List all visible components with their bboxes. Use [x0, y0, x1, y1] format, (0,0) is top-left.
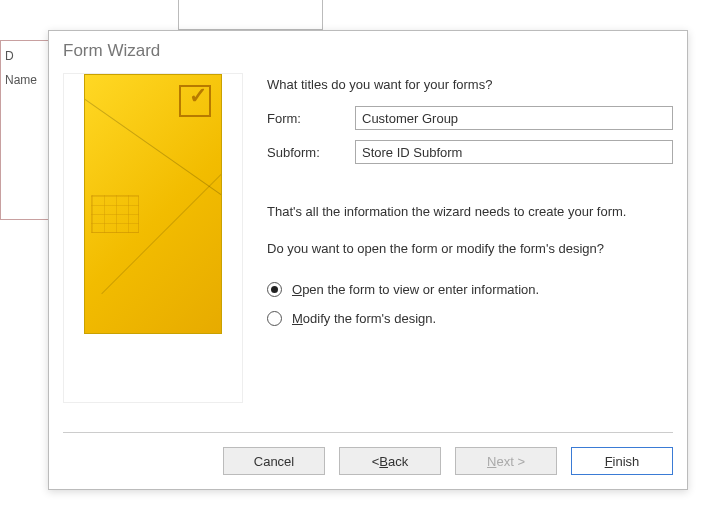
- wizard-preview-image: [84, 74, 222, 334]
- subform-title-row: Subform:: [267, 140, 673, 164]
- radio-modify[interactable]: [267, 311, 282, 326]
- radio-modify-label[interactable]: Modify the form's design.: [292, 311, 436, 326]
- question-titles: What titles do you want for your forms?: [267, 77, 673, 92]
- cancel-button[interactable]: Cancel: [223, 447, 325, 475]
- form-title-input[interactable]: [355, 106, 673, 130]
- dialog-body: What titles do you want for your forms? …: [49, 67, 687, 432]
- radio-modify-row[interactable]: Modify the form's design.: [267, 311, 673, 326]
- radio-open-row[interactable]: Open the form to view or enter informati…: [267, 282, 673, 297]
- next-button: Next >: [455, 447, 557, 475]
- subform-label: Subform:: [267, 145, 347, 160]
- preview-pane: [63, 73, 243, 403]
- form-title-row: Form:: [267, 106, 673, 130]
- bg-field-id: D: [5, 49, 45, 63]
- info-text: That's all the information the wizard ne…: [267, 204, 673, 219]
- bg-field-name: Name: [5, 73, 45, 87]
- finish-button[interactable]: Finish: [571, 447, 673, 475]
- form-wizard-dialog: Form Wizard What titles do you want for …: [48, 30, 688, 490]
- content-pane: What titles do you want for your forms? …: [267, 73, 673, 432]
- button-row: Cancel < Back Next > Finish: [49, 433, 687, 489]
- bg-top-frame: [178, 0, 323, 30]
- form-label: Form:: [267, 111, 347, 126]
- question-open-modify: Do you want to open the form or modify t…: [267, 241, 673, 256]
- back-button[interactable]: < Back: [339, 447, 441, 475]
- radio-open-label[interactable]: Open the form to view or enter informati…: [292, 282, 539, 297]
- radio-open[interactable]: [267, 282, 282, 297]
- dialog-title: Form Wizard: [49, 31, 687, 67]
- background-field-list: D Name: [0, 40, 50, 220]
- subform-title-input[interactable]: [355, 140, 673, 164]
